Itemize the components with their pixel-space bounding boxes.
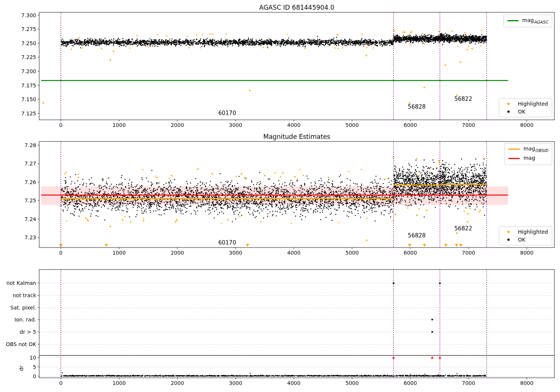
legend-item-highlighted: Highlighted xyxy=(503,101,548,107)
x-tick-label: 4000 xyxy=(287,380,301,386)
legend-label-highlighted: Highlighted xyxy=(518,229,548,235)
obsid-annotation-60170-middle: 60170 xyxy=(218,239,236,246)
y-tick-label: 7.175 xyxy=(21,83,36,88)
x-tick-label: 5000 xyxy=(345,122,359,128)
green-line-swatch xyxy=(507,20,519,21)
x-tick-label: 4000 xyxy=(287,250,301,256)
x-tick-label: 6000 xyxy=(404,250,417,256)
legend-markers-top: Highlighted OK xyxy=(499,98,552,117)
axes-layer: 0100020003000400050006000700080000100020… xyxy=(0,0,560,392)
dr-tick-label: 5 xyxy=(33,364,36,370)
orange-dot-icon xyxy=(503,103,514,105)
x-tick-label: 0 xyxy=(59,380,63,386)
x-tick-label: 2000 xyxy=(171,122,184,128)
red-line-swatch xyxy=(508,158,520,159)
y-tick-label: 7.24 xyxy=(25,216,36,222)
black-dot-icon xyxy=(503,239,514,241)
y-tick-label: 7.275 xyxy=(21,26,36,32)
legend-item-ok: OK xyxy=(503,237,548,243)
y-tick-label: 7.28 xyxy=(25,142,36,148)
x-tick-label: 8000 xyxy=(520,250,533,256)
x-tick-label: 4000 xyxy=(287,122,301,128)
y-tick-label: 7.150 xyxy=(21,96,36,102)
dr-tick-label: 10 xyxy=(29,355,36,361)
y-tick-label: 7.300 xyxy=(21,12,36,18)
flag-label: dr > 5 xyxy=(20,329,36,335)
x-tick-label: 6000 xyxy=(404,122,417,128)
dr-tick-label: 0 xyxy=(33,373,36,379)
legend-item-mag: mag xyxy=(508,155,548,162)
black-dot-icon xyxy=(503,111,514,113)
top-panel-title: AGASC ID 681445904.0 xyxy=(259,4,334,11)
middle-panel-title: Magnitude Estimates xyxy=(263,133,330,140)
obsid-annotation-60170-top: 60170 xyxy=(218,110,236,116)
flag-label: OBS not OK xyxy=(6,341,37,347)
legend-label-highlighted: Highlighted xyxy=(518,101,548,107)
flag-label: Ion. rad. xyxy=(15,317,36,323)
y-tick-label: 7.225 xyxy=(21,54,36,60)
x-tick-label: 7000 xyxy=(462,122,475,128)
legend-item-ok: OK xyxy=(503,109,548,115)
legend-label-mag-agasc: magAGASC xyxy=(522,17,548,25)
legend-markers-middle: Highlighted OK xyxy=(499,226,552,245)
x-tick-label: 5000 xyxy=(345,380,359,386)
panel-2-spines xyxy=(39,270,554,378)
legend-item-mag-agasc: magAGASC xyxy=(507,17,548,25)
panel-1-spines xyxy=(39,141,554,248)
x-tick-label: 7000 xyxy=(462,250,475,256)
obsid-annotation-56822-middle: 56822 xyxy=(454,225,472,232)
y-tick-label: 7.23 xyxy=(25,234,36,240)
orange-dot-icon xyxy=(503,231,514,233)
x-tick-label: 3000 xyxy=(229,250,242,256)
x-tick-label: 1000 xyxy=(112,122,126,128)
legend-label-mag: mag xyxy=(523,155,535,162)
x-tick-label: 0 xyxy=(59,250,63,256)
x-tick-label: 3000 xyxy=(229,380,242,386)
orange-line-swatch xyxy=(508,149,520,150)
obsid-annotation-56828-middle: 56828 xyxy=(408,232,426,239)
x-tick-label: 8000 xyxy=(520,122,533,128)
legend-mag-lines: magOBSID mag xyxy=(504,143,552,165)
figure-root: 0100020003000400050006000700080000100020… xyxy=(0,0,560,392)
x-tick-label: 8000 xyxy=(520,380,533,386)
y-tick-label: 7.125 xyxy=(21,111,36,116)
flag-label: Sat. pixel. xyxy=(10,305,36,311)
y-tick-label: 7.25 xyxy=(25,197,36,203)
y-tick-label: 7.26 xyxy=(25,179,36,185)
x-tick-label: 1000 xyxy=(112,250,126,256)
y-tick-label: 7.27 xyxy=(25,161,36,167)
x-tick-label: 2000 xyxy=(171,380,184,386)
panel-0-spines xyxy=(39,12,554,120)
obsid-annotation-56828-top: 56828 xyxy=(408,103,426,110)
legend-mag-agasc: magAGASC xyxy=(503,15,552,27)
x-tick-label: 5000 xyxy=(345,250,359,256)
obsid-annotation-56822-top: 56822 xyxy=(454,96,472,102)
x-tick-label: 3000 xyxy=(229,122,242,128)
dr-axis-label: dr xyxy=(18,365,24,371)
x-tick-label: 2000 xyxy=(171,250,184,256)
y-tick-label: 7.200 xyxy=(21,68,36,74)
legend-item-mag-obsid: magOBSID xyxy=(508,146,548,153)
x-tick-label: 6000 xyxy=(404,380,417,386)
x-tick-label: 7000 xyxy=(462,380,475,386)
x-tick-label: 0 xyxy=(59,122,63,128)
x-tick-label: 1000 xyxy=(112,380,126,386)
flag-label: not Kalman xyxy=(6,280,36,286)
legend-label-mag-obsid: magOBSID xyxy=(523,146,548,153)
legend-label-ok: OK xyxy=(518,109,525,115)
y-tick-label: 7.250 xyxy=(21,40,36,46)
legend-item-highlighted: Highlighted xyxy=(503,229,548,235)
legend-label-ok: OK xyxy=(518,237,525,243)
flag-label: not track xyxy=(13,292,37,298)
